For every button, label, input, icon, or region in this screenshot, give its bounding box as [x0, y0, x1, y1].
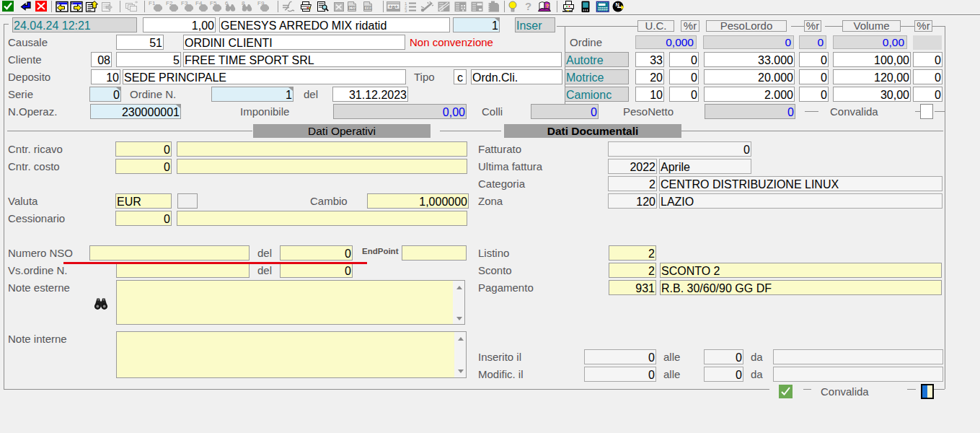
svg-text:XML: XML	[365, 6, 372, 10]
svg-text:3: 3	[405, 9, 407, 13]
svg-text:?: ?	[525, 0, 531, 12]
svg-text:F1: F1	[149, 0, 156, 6]
svg-text:?: ?	[546, 3, 549, 9]
svg-text:+a+: +a+	[389, 4, 399, 10]
svg-text:N: N	[616, 1, 619, 8]
svg-text:CSV: CSV	[349, 6, 357, 10]
